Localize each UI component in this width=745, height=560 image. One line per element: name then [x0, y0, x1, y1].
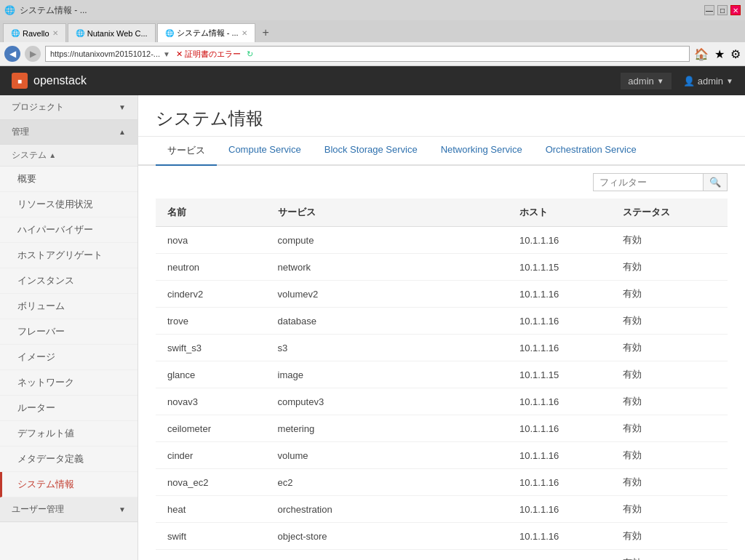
cell-host: 10.1.1.15	[508, 254, 611, 281]
brand-text: openstack	[33, 74, 87, 87]
sidebar-system-chevron-icon: ▲	[49, 151, 56, 159]
cell-service: s3	[266, 335, 509, 361]
sidebar-subsection-system-label: システム	[12, 150, 47, 160]
cell-status: 有効	[611, 469, 728, 496]
cell-name: nova	[156, 227, 266, 254]
table-row: heat orchestration 10.1.1.16 有効	[156, 496, 728, 523]
sidebar-section-user-mgmt[interactable]: ユーザー管理 ▼	[0, 497, 138, 522]
browser-chrome: 🌐 システム情報 - ... — □ ✕ 🌐 Ravello ✕ 🌐 Nutan…	[0, 0, 745, 66]
filter-search-button[interactable]: 🔍	[703, 174, 727, 191]
address-text: https://nutanixovm20151012-...	[50, 49, 160, 58]
tab-services[interactable]: サービス	[156, 137, 217, 166]
maximize-button[interactable]: □	[717, 5, 728, 15]
browser-tab-ravello[interactable]: 🌐 Ravello ✕	[3, 23, 66, 42]
table-wrapper: 名前 サービス ホスト ステータス nova compute 10.1.1.16…	[138, 199, 745, 560]
sidebar-item-defaults[interactable]: デフォルト値	[0, 421, 138, 447]
app-topnav: ■ openstack admin ▼ 👤 admin ▼	[0, 66, 745, 95]
cell-service: computev3	[266, 388, 509, 415]
sidebar-item-instances[interactable]: インスタンス	[0, 268, 138, 294]
sidebar-item-sysinfo[interactable]: システム情報	[0, 472, 138, 497]
sidebar-item-volumes-label: ボリューム	[17, 300, 65, 311]
tab-block-storage-service[interactable]: Block Storage Service	[313, 137, 429, 166]
cell-service: compute	[266, 227, 509, 254]
sidebar-item-metadata[interactable]: メタデータ定義	[0, 447, 138, 472]
sidebar-item-networks[interactable]: ネットワーク	[0, 370, 138, 396]
sidebar-item-overview-label: 概要	[17, 173, 36, 184]
close-button[interactable]: ✕	[730, 5, 741, 15]
favorites-icon[interactable]: ★	[714, 47, 725, 61]
search-icon: 🔍	[709, 177, 721, 188]
app-wrapper: ■ openstack admin ▼ 👤 admin ▼ プロジェクト ▼ 管…	[0, 66, 745, 560]
cell-host: 10.1.1.16	[508, 281, 611, 308]
topnav-right: admin ▼ 👤 admin ▼	[621, 73, 733, 89]
new-tab-button[interactable]: +	[257, 23, 275, 42]
filter-input[interactable]	[594, 174, 703, 191]
refresh-icon[interactable]: ↻	[247, 49, 253, 59]
table-row: nova_ec2 ec2 10.1.1.16 有効	[156, 469, 728, 496]
minimize-button[interactable]: —	[704, 5, 714, 15]
sidebar-item-host-aggregate[interactable]: ホストアグリゲート	[0, 243, 138, 268]
cell-name: cinderv2	[156, 281, 266, 308]
cell-status: 有効	[611, 281, 728, 308]
tab-compute-service[interactable]: Compute Service	[217, 137, 313, 166]
cell-service: database	[266, 308, 509, 335]
cell-name: nova_ec2	[156, 469, 266, 496]
address-field[interactable]: https://nutanixovm20151012-... ▼ ✕ 証明書のエ…	[45, 46, 690, 62]
cell-status: 有効	[611, 523, 728, 550]
col-header-host: ホスト	[508, 199, 611, 227]
sidebar-item-flavors[interactable]: フレーバー	[0, 319, 138, 345]
project-dropdown-button[interactable]: admin ▼	[621, 73, 671, 89]
cell-host: 10.1.1.15	[508, 361, 611, 388]
sidebar-project-chevron-icon: ▼	[119, 103, 126, 111]
cell-status: 有効	[611, 308, 728, 335]
sidebar-section-admin-label: 管理	[12, 126, 29, 138]
browser-tab-nutanix[interactable]: 🌐 Nutanix Web C...	[68, 23, 156, 42]
cell-name: ceilometer	[156, 415, 266, 442]
cell-host: 10.1.1.16	[508, 227, 611, 254]
tab-label-sysinfo: システム情報 - ...	[177, 28, 239, 39]
browser-toolbar-icons: 🏠 ★ ⚙	[694, 47, 741, 61]
filter-input-wrap: 🔍	[593, 173, 728, 191]
cell-name: swift_s3	[156, 335, 266, 361]
cell-status: 有効	[611, 361, 728, 388]
sidebar-section-admin[interactable]: 管理 ▲	[0, 120, 138, 145]
admin-dropdown-button[interactable]: 👤 admin ▼	[683, 76, 733, 87]
tab-orchestration-service[interactable]: Orchestration Service	[534, 137, 648, 166]
admin-chevron-icon: ▼	[726, 77, 733, 85]
filter-bar: 🔍	[138, 166, 745, 199]
table-row: novav3 computev3 10.1.1.16 有効	[156, 388, 728, 415]
tab-favicon-nutanix: 🌐	[76, 29, 84, 37]
tab-compute-service-label: Compute Service	[228, 144, 301, 155]
tab-favicon: 🌐	[11, 29, 20, 37]
sidebar-section-project[interactable]: プロジェクト ▼	[0, 95, 138, 120]
cell-service: volumev2	[266, 281, 509, 308]
project-label: admin	[628, 76, 653, 87]
home-icon[interactable]: 🏠	[694, 47, 709, 61]
forward-button[interactable]: ▶	[25, 46, 41, 62]
back-button[interactable]: ◀	[4, 46, 20, 62]
sidebar-item-hypervisor[interactable]: ハイパーバイザー	[0, 217, 138, 243]
brand: ■ openstack	[12, 73, 87, 89]
tab-networking-service[interactable]: Networking Service	[429, 137, 534, 166]
tab-close-active-icon[interactable]: ✕	[242, 29, 247, 37]
cell-name: glance	[156, 361, 266, 388]
cell-service: metering	[266, 415, 509, 442]
table-row: ceilometer metering 10.1.1.16 有効	[156, 415, 728, 442]
browser-tab-sysinfo[interactable]: 🌐 システム情報 - ... ✕	[157, 23, 255, 42]
tab-close-icon[interactable]: ✕	[52, 29, 58, 37]
sidebar-item-resource-usage[interactable]: リソース使用状況	[0, 192, 138, 217]
window-controls: — □ ✕	[704, 5, 741, 15]
address-dropdown-icon[interactable]: ▼	[163, 50, 170, 58]
sidebar-item-routers[interactable]: ルーター	[0, 396, 138, 421]
sidebar-item-images[interactable]: イメージ	[0, 345, 138, 370]
cell-host: 10.1.1.16	[508, 415, 611, 442]
browser-tabs-bar: 🌐 Ravello ✕ 🌐 Nutanix Web C... 🌐 システム情報 …	[0, 20, 745, 42]
title-bar-left: 🌐 システム情報 - ...	[4, 4, 87, 17]
sidebar-item-volumes[interactable]: ボリューム	[0, 294, 138, 319]
cell-host: 10.1.1.16	[508, 469, 611, 496]
sidebar-item-overview[interactable]: 概要	[0, 167, 138, 192]
cell-host: 10.1.1.16	[508, 496, 611, 523]
settings-icon[interactable]: ⚙	[730, 47, 741, 61]
col-header-status: ステータス	[611, 199, 728, 227]
cell-service: ec2	[266, 469, 509, 496]
